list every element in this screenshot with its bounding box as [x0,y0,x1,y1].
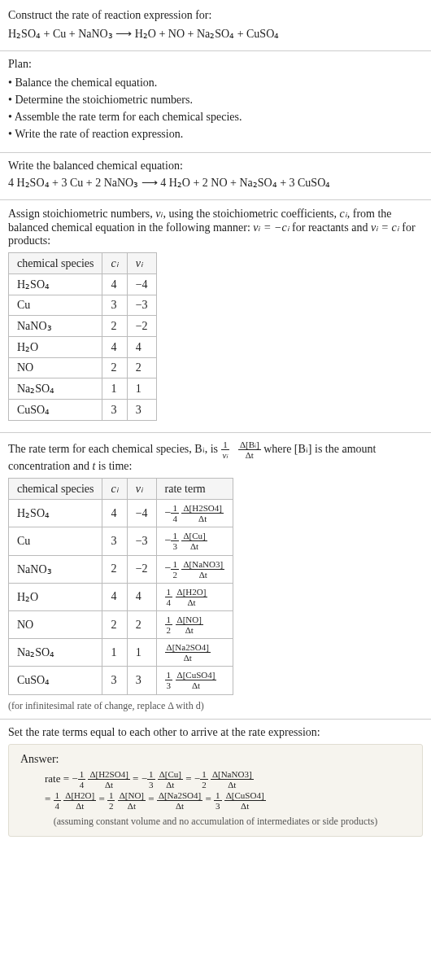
table-row: NO2212 Δ[NO]Δt [9,610,233,638]
table-row: Na₂SO₄11Δ[Na2SO4]Δt [9,639,233,667]
answer-box: Answer: rate = −14 Δ[H2SO4]Δt = −13 Δ[Cu… [8,744,423,837]
rateterm-note: (for infinitesimal rate of change, repla… [8,700,423,712]
table-header-row: chemical species cᵢ νᵢ rate term [9,479,233,500]
plan-item: Assemble the rate term for each chemical… [8,108,423,125]
assumption-note: (assuming constant volume and no accumul… [20,816,411,828]
frac-1-over-nu: 1νᵢ [221,440,230,460]
col-species: chemical species [9,253,102,274]
table-header-row: chemical species cᵢ νᵢ [9,253,157,274]
table-row: CuSO₄33 [9,400,157,421]
col-ci: cᵢ [102,253,127,274]
rateterm-text: The rate term for each chemical species,… [8,440,423,473]
table-row: H₂O4414 Δ[H2O]Δt [9,583,233,610]
balanced-heading: Write the balanced chemical equation: [8,160,423,173]
rate-line-2: = 14 Δ[H2O]Δt = 12 Δ[NO]Δt = Δ[Na2SO4]Δt… [45,790,411,811]
table-row: H₂O44 [9,337,157,358]
col-nu: νᵢ [127,253,156,274]
unbalanced-equation: H₂SO₄ + Cu + NaNO₃ ⟶ H₂O + NO + Na₂SO₄ +… [8,27,423,41]
table-row: Cu3−3−13 Δ[Cu]Δt [9,527,233,555]
balanced-equation: 4 H₂SO₄ + 3 Cu + 2 NaNO₃ ⟶ 4 H₂O + 2 NO … [8,176,423,190]
rateterm-table: chemical species cᵢ νᵢ rate term H₂SO₄4−… [8,478,233,694]
plan-list: Balance the chemical equation. Determine… [8,74,423,142]
table-row: NaNO₃2−2 [9,316,157,337]
plan-section: Plan: Balance the chemical equation. Det… [0,51,431,153]
assign-section: Assign stoichiometric numbers, νᵢ, using… [0,200,431,433]
table-row: Na₂SO₄11 [9,378,157,400]
balanced-section: Write the balanced chemical equation: 4 … [0,153,431,200]
plan-item: Write the rate of reaction expression. [8,125,423,142]
table-row: H₂SO₄4−4 [9,274,157,295]
plan-item: Determine the stoichiometric numbers. [8,91,423,108]
table-row: NaNO₃2−2−12 Δ[NaNO3]Δt [9,555,233,583]
plan-heading: Plan: [8,58,423,71]
stoich-table: chemical species cᵢ νᵢ H₂SO₄4−4 Cu3−3 Na… [8,252,157,421]
prompt-section: Construct the rate of reaction expressio… [0,0,431,51]
final-section: Set the rate terms equal to each other t… [0,720,431,848]
table-row: H₂SO₄4−4−14 Δ[H2SO4]Δt [9,500,233,527]
table-row: Cu3−3 [9,295,157,316]
frac-dBi-dt: Δ[Bᵢ]Δt [238,440,261,460]
rate-line-1: rate = −14 Δ[H2SO4]Δt = −13 Δ[Cu]Δt = −1… [45,769,411,790]
rate-expression: rate = −14 Δ[H2SO4]Δt = −13 Δ[Cu]Δt = −1… [20,769,411,811]
plan-item: Balance the chemical equation. [8,74,423,91]
table-row: NO22 [9,358,157,378]
prompt-title: Construct the rate of reaction expressio… [8,7,423,24]
final-heading: Set the rate terms equal to each other t… [8,726,423,739]
assign-text: Assign stoichiometric numbers, νᵢ, using… [8,207,423,247]
table-row: CuSO₄3313 Δ[CuSO4]Δt [9,667,233,694]
answer-label: Answer: [20,753,411,766]
rateterm-section: The rate term for each chemical species,… [0,433,431,720]
